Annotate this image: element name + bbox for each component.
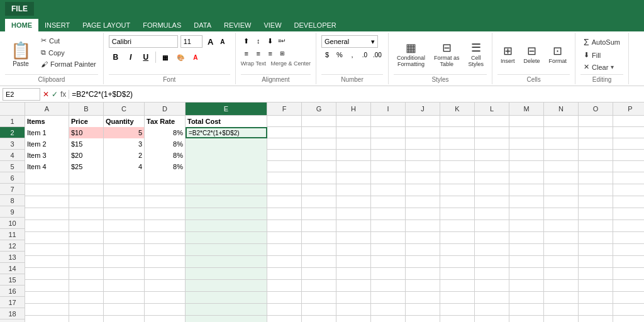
cell-m3[interactable]	[509, 138, 544, 150]
cell-a3[interactable]: Item 2	[25, 138, 69, 150]
cell-j4[interactable]	[406, 150, 440, 161]
cell-row13-col0[interactable]	[25, 256, 69, 267]
cell-row18-col0[interactable]	[25, 316, 69, 322]
cell-row16-col14[interactable]	[579, 292, 613, 303]
cell-row15-col7[interactable]	[336, 280, 371, 291]
cell-row15-col5[interactable]	[267, 280, 302, 291]
cell-row6-col8[interactable]	[371, 172, 406, 184]
cell-k1[interactable]	[440, 116, 475, 127]
cell-m5[interactable]	[509, 161, 544, 172]
cell-g3[interactable]	[302, 138, 336, 150]
cell-row9-col5[interactable]	[267, 208, 302, 219]
cell-n1[interactable]	[544, 116, 579, 127]
cell-row8-col3[interactable]	[145, 196, 186, 208]
cell-k3[interactable]	[440, 138, 475, 150]
cell-row7-col14[interactable]	[579, 184, 613, 196]
cell-o4[interactable]	[579, 150, 613, 161]
underline-button[interactable]: U	[139, 50, 153, 64]
cell-j5[interactable]	[406, 161, 440, 172]
cell-row17-col9[interactable]	[406, 304, 440, 315]
row-header-14[interactable]: 14	[0, 263, 25, 274]
cell-row9-col6[interactable]	[302, 208, 336, 219]
cancel-formula-icon[interactable]: ✕	[43, 90, 49, 99]
cell-row16-col11[interactable]	[475, 292, 509, 303]
cell-row7-col7[interactable]	[336, 184, 371, 196]
border-button[interactable]: ▦	[158, 50, 172, 64]
cell-row14-col13[interactable]	[544, 268, 579, 279]
cell-row15-col13[interactable]	[544, 280, 579, 291]
cell-row18-col10[interactable]	[440, 316, 475, 322]
cell-row7-col5[interactable]	[267, 184, 302, 196]
row-header-2[interactable]: 2	[0, 127, 25, 138]
cell-m2[interactable]	[509, 127, 544, 138]
cell-row10-col6[interactable]	[302, 220, 336, 231]
fill-button[interactable]: ⬇ Fill	[580, 50, 623, 60]
cell-row13-col8[interactable]	[371, 256, 406, 267]
col-header-l[interactable]: L	[475, 103, 509, 115]
cell-row15-col11[interactable]	[475, 280, 509, 291]
cell-row7-col9[interactable]	[406, 184, 440, 196]
format-painter-button[interactable]: 🖌 Format Painter	[39, 59, 98, 69]
cell-row8-col7[interactable]	[336, 196, 371, 208]
cell-row17-col5[interactable]	[267, 304, 302, 315]
cell-o1[interactable]	[579, 116, 613, 127]
autosum-button[interactable]: Σ AutoSum	[580, 36, 623, 48]
row-header-19[interactable]: 19	[0, 319, 25, 322]
cell-row14-col10[interactable]	[440, 268, 475, 279]
cell-row6-col1[interactable]	[69, 172, 104, 184]
cell-f4[interactable]	[267, 150, 302, 161]
cell-row12-col0[interactable]	[25, 244, 69, 255]
cell-row11-col10[interactable]	[440, 232, 475, 243]
cell-h2[interactable]	[336, 127, 371, 138]
row-header-8[interactable]: 8	[0, 195, 25, 206]
cell-row14-col6[interactable]	[302, 268, 336, 279]
row-header-15[interactable]: 15	[0, 274, 25, 286]
align-bottom-button[interactable]: ⬇	[265, 35, 276, 47]
cell-row14-col4[interactable]	[186, 268, 267, 279]
cell-row7-col6[interactable]	[302, 184, 336, 196]
cell-row8-col11[interactable]	[475, 196, 509, 208]
col-header-o[interactable]: O	[579, 103, 613, 115]
cell-row7-col12[interactable]	[509, 184, 544, 196]
cell-h4[interactable]	[336, 150, 371, 161]
cell-row7-col15[interactable]	[613, 184, 644, 196]
cell-k5[interactable]	[440, 161, 475, 172]
bold-button[interactable]: B	[109, 50, 123, 64]
cell-row18-col8[interactable]	[371, 316, 406, 322]
cell-row17-col7[interactable]	[336, 304, 371, 315]
cell-row13-col2[interactable]	[104, 256, 145, 267]
cell-row11-col6[interactable]	[302, 232, 336, 243]
col-header-h[interactable]: H	[336, 103, 371, 115]
cell-row17-col3[interactable]	[145, 304, 186, 315]
row-header-13[interactable]: 13	[0, 252, 25, 263]
cell-row12-col5[interactable]	[267, 244, 302, 255]
cell-p4[interactable]	[613, 150, 644, 161]
cell-row6-col11[interactable]	[475, 172, 509, 184]
cell-row7-col8[interactable]	[371, 184, 406, 196]
cell-b2[interactable]: $10	[69, 127, 104, 138]
clear-button[interactable]: ✕ Clear ▾	[580, 62, 623, 72]
currency-button[interactable]: $	[321, 49, 333, 60]
cell-m1[interactable]	[509, 116, 544, 127]
cell-e1[interactable]: Total Cost	[186, 116, 267, 127]
cell-e2[interactable]: =B2*C2*(1+$D$2)	[186, 127, 267, 138]
tab-formulas[interactable]: FORMULAS	[136, 19, 187, 31]
cell-row16-col10[interactable]	[440, 292, 475, 303]
cell-row16-col8[interactable]	[371, 292, 406, 303]
cell-i3[interactable]	[371, 138, 406, 150]
cell-row17-col13[interactable]	[544, 304, 579, 315]
align-right-button[interactable]: ≡	[265, 48, 276, 59]
cell-row18-col5[interactable]	[267, 316, 302, 322]
cell-row10-col12[interactable]	[509, 220, 544, 231]
cell-row8-col1[interactable]	[69, 196, 104, 208]
cell-row18-col13[interactable]	[544, 316, 579, 322]
cell-n5[interactable]	[544, 161, 579, 172]
cell-row13-col4[interactable]	[186, 256, 267, 267]
cell-row7-col4[interactable]	[186, 184, 267, 196]
cell-row6-col5[interactable]	[267, 172, 302, 184]
cell-row8-col5[interactable]	[267, 196, 302, 208]
cell-row13-col12[interactable]	[509, 256, 544, 267]
cell-row18-col9[interactable]	[406, 316, 440, 322]
cell-row8-col8[interactable]	[371, 196, 406, 208]
cell-row10-col4[interactable]	[186, 220, 267, 231]
